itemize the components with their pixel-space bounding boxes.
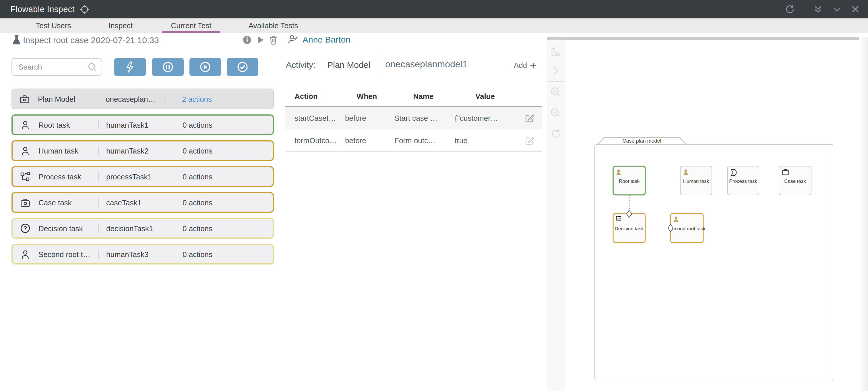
- flowable-inspect-window: Flowable Inspect: [0, 0, 868, 391]
- assignee[interactable]: Anne Barton: [288, 34, 350, 44]
- tab-available-tests[interactable]: Available Tests: [249, 19, 298, 33]
- app-title: Flowable Inspect: [10, 5, 74, 14]
- close-icon[interactable]: [851, 5, 860, 14]
- check-circle-icon: [237, 61, 248, 73]
- col-when: When: [340, 92, 393, 100]
- cell-name: Form outc…: [393, 136, 454, 145]
- task-id: humanTask3: [106, 250, 165, 258]
- task-row-case-task[interactable]: Case task caseTask1 0 actions: [11, 192, 274, 213]
- activity-label: Activity:: [286, 60, 315, 69]
- user-check-icon: [288, 34, 299, 44]
- complete-button[interactable]: [227, 58, 258, 76]
- search-box: [11, 58, 102, 76]
- plus-icon: [530, 62, 537, 69]
- task-actions: 0 actions: [183, 120, 212, 129]
- svg-text:Root task: Root task: [619, 178, 640, 184]
- tab-test-users[interactable]: Test Users: [36, 19, 71, 33]
- svg-text:Second root task: Second root task: [669, 226, 706, 231]
- chevron-down-icon[interactable]: [832, 4, 842, 15]
- col-name: Name: [393, 92, 454, 100]
- diagram-node-case-task[interactable]: Case task: [779, 166, 811, 195]
- task-id: humanTask2: [106, 146, 165, 155]
- crosshair-icon: [80, 4, 90, 14]
- diagram-node-process-task[interactable]: Process task: [727, 166, 759, 195]
- refresh-icon[interactable]: [785, 4, 795, 15]
- activity-name: Plan Model: [327, 60, 370, 69]
- task-row-human-task[interactable]: Human task humanTask2 0 actions: [11, 140, 274, 161]
- task-id: decisionTask1: [106, 224, 165, 232]
- task-label: Process task: [38, 172, 98, 181]
- titlebar-separator: [804, 4, 804, 15]
- task-actions: 0 actions: [183, 224, 212, 232]
- user-icon: [20, 146, 34, 156]
- tab-current-test[interactable]: Current Test: [171, 19, 211, 33]
- decision-table-icon: [616, 216, 621, 221]
- edit-icon: [524, 135, 534, 145]
- case-plan-model-title: Case plan model: [622, 138, 661, 144]
- task-row-root-task[interactable]: Root task humanTask1 0 actions: [11, 114, 274, 135]
- task-row-process-task[interactable]: Process task processTask1 0 actions: [11, 166, 274, 187]
- resume-button[interactable]: [189, 58, 221, 76]
- diagram-horizontal-scrollbar[interactable]: [547, 37, 859, 40]
- pause-button[interactable]: [152, 58, 183, 76]
- window-controls: [785, 0, 868, 19]
- diagram-node-second-root-task[interactable]: Second root task: [668, 213, 706, 243]
- task-actions: 0 actions: [183, 172, 212, 181]
- cell-when: before: [340, 136, 393, 145]
- col-action: Action: [285, 92, 340, 100]
- pause-circle-icon: [162, 61, 173, 73]
- activity-divider: [378, 56, 378, 73]
- task-label: Second root t…: [38, 250, 98, 258]
- search-input[interactable]: [12, 59, 92, 75]
- task-actions-link[interactable]: 2 actions: [182, 94, 212, 103]
- svg-text:Case task: Case task: [784, 178, 806, 184]
- cell-name: Start case …: [393, 114, 454, 122]
- svg-text:Process task: Process task: [729, 178, 757, 184]
- task-id: processTask1: [106, 172, 165, 181]
- task-row-plan-model[interactable]: Plan Model onecaseplan… 2 actions: [11, 88, 274, 109]
- activity-id: onecaseplanmodel1: [385, 59, 467, 69]
- edit-action-button[interactable]: [517, 113, 542, 123]
- info-icon[interactable]: [243, 36, 251, 44]
- task-actions: 0 actions: [183, 198, 212, 207]
- trash-icon[interactable]: [269, 35, 278, 45]
- diagram-node-human-task[interactable]: Human task: [680, 166, 712, 195]
- cell-when: before: [340, 114, 393, 122]
- cell-action: formOutco…: [285, 136, 340, 145]
- task-id: humanTask1: [106, 120, 165, 129]
- run-all-button[interactable]: [114, 58, 146, 76]
- magnifier-icon: [88, 63, 97, 72]
- task-actions: 0 actions: [183, 250, 212, 258]
- actions-table: Action When Name Value startCaseI… befor…: [285, 86, 542, 152]
- cell-value: {"customer…: [454, 114, 517, 122]
- table-row[interactable]: startCaseI… before Start case … {"custom…: [285, 107, 542, 129]
- double-chevron-down-icon[interactable]: [813, 4, 823, 15]
- edit-action-button-disabled[interactable]: [517, 135, 542, 145]
- tab-bar: Test Users Inspect Current Test Availabl…: [0, 19, 868, 33]
- user-icon: [20, 120, 34, 130]
- tab-inspect[interactable]: Inspect: [108, 19, 133, 33]
- task-row-second-root-task[interactable]: Second root t… humanTask3 0 actions: [11, 244, 274, 264]
- play-circle-icon: [200, 61, 211, 73]
- task-label: Human task: [38, 146, 98, 155]
- task-actions: 0 actions: [183, 146, 212, 155]
- case-diagram-panel: Case plan model Root task Human task Pro…: [542, 33, 868, 391]
- briefcase-icon: [20, 197, 34, 207]
- diagram-node-root-task[interactable]: Root task: [613, 166, 645, 195]
- task-label: Plan Model: [38, 94, 98, 103]
- add-action-button[interactable]: Add: [514, 61, 537, 69]
- task-row-decision-task[interactable]: ? Decision task decisionTask1 0 actions: [11, 218, 274, 239]
- question-circle-icon: ?: [20, 223, 34, 233]
- table-row[interactable]: formOutco… before Form outc… true: [285, 129, 542, 152]
- col-value: Value: [454, 92, 517, 100]
- play-icon[interactable]: [257, 36, 265, 44]
- actions-table-header: Action When Name Value: [285, 86, 542, 107]
- active-tab-underline: [162, 31, 220, 33]
- task-id: caseTask1: [106, 198, 165, 207]
- assignee-name: Anne Barton: [303, 34, 350, 44]
- svg-text:?: ?: [24, 225, 27, 231]
- task-label: Case task: [38, 198, 98, 207]
- task-label: Decision task: [38, 224, 98, 232]
- diagram-node-decision-task[interactable]: Decision task: [613, 210, 645, 243]
- svg-text:Decision task: Decision task: [615, 226, 644, 231]
